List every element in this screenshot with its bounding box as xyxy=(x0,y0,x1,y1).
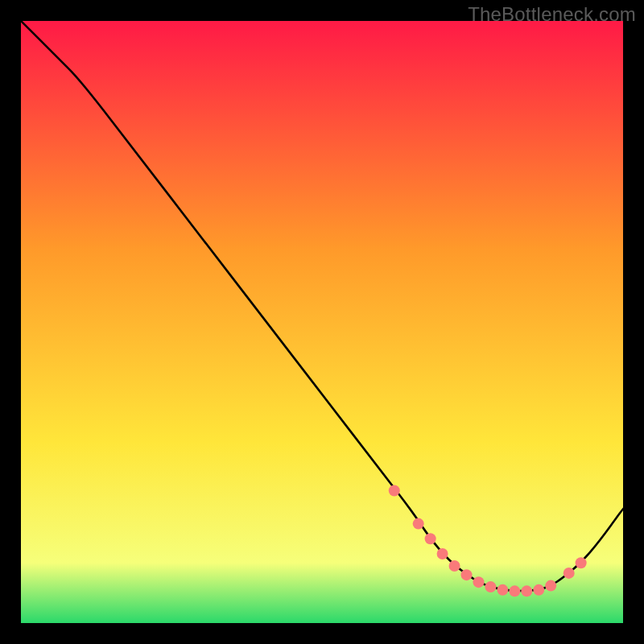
marker-dot xyxy=(576,557,587,568)
marker-dot xyxy=(545,580,556,592)
chart-svg xyxy=(21,21,623,623)
marker-dot xyxy=(389,485,400,496)
marker-dot xyxy=(509,585,520,597)
watermark-text: TheBottleneck.com xyxy=(468,3,636,26)
marker-dot xyxy=(473,576,484,588)
marker-dot xyxy=(437,548,448,559)
marker-dot xyxy=(425,533,436,544)
marker-dot xyxy=(461,569,473,580)
marker-dot xyxy=(485,581,496,592)
chart-frame: TheBottleneck.com xyxy=(0,0,644,644)
marker-dot xyxy=(449,560,460,572)
marker-dot xyxy=(533,584,544,596)
marker-dot xyxy=(497,584,508,596)
marker-dot xyxy=(413,518,424,530)
marker-dot xyxy=(564,568,575,579)
gradient-background xyxy=(21,21,623,623)
marker-dot xyxy=(521,585,532,597)
plot-area xyxy=(21,21,623,623)
